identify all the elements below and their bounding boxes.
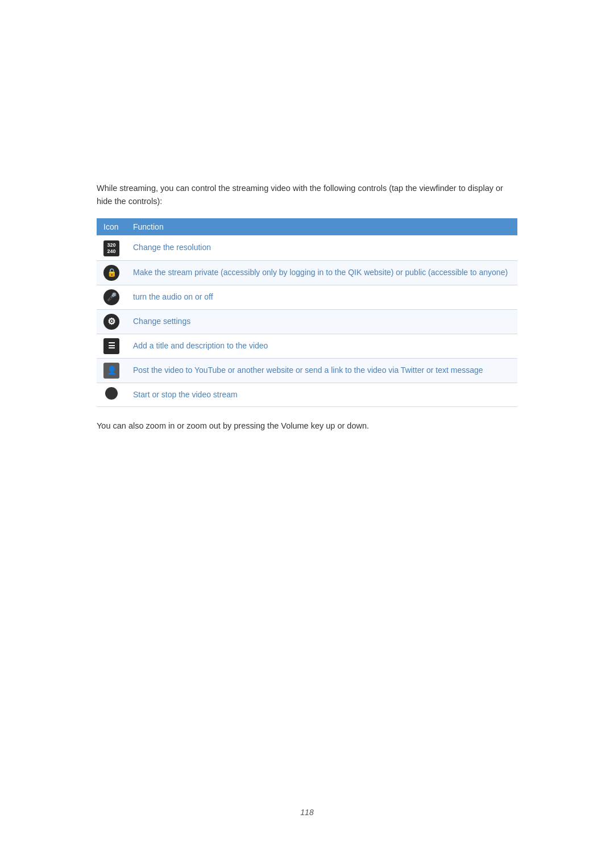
table-header-function: Function bbox=[126, 218, 517, 235]
function-title: Add a title and description to the video bbox=[126, 334, 517, 359]
record-circle-icon bbox=[105, 387, 118, 400]
table-row: 👤 Post the video to YouTube or another w… bbox=[97, 359, 517, 383]
function-lock: Make the stream private (accessibly only… bbox=[126, 261, 517, 285]
page-number: 118 bbox=[300, 808, 313, 817]
intro-paragraph: While streaming, you can control the str… bbox=[97, 182, 517, 208]
table-row: Start or stop the video stream bbox=[97, 383, 517, 407]
function-settings: Change settings bbox=[126, 310, 517, 334]
icon-audio: 🎤 bbox=[97, 285, 126, 310]
icon-settings: ⚙ bbox=[97, 310, 126, 334]
table-row: 🎤 turn the audio on or off bbox=[97, 285, 517, 310]
icon-share: 👤 bbox=[97, 359, 126, 383]
table-row: 🔒 Make the stream private (accessibly on… bbox=[97, 261, 517, 285]
table-row: 320240 Change the resolution bbox=[97, 235, 517, 260]
outro-paragraph: You can also zoom in or zoom out by pres… bbox=[97, 420, 517, 433]
icon-record bbox=[97, 383, 126, 407]
table-row: ⚙ Change settings bbox=[97, 310, 517, 334]
controls-table: Icon Function 320240 Change the resoluti… bbox=[97, 218, 517, 407]
function-resolution: Change the resolution bbox=[126, 235, 517, 260]
table-row: ☰ Add a title and description to the vid… bbox=[97, 334, 517, 359]
function-share: Post the video to YouTube or another web… bbox=[126, 359, 517, 383]
function-record: Start or stop the video stream bbox=[126, 383, 517, 407]
icon-lock: 🔒 bbox=[97, 261, 126, 285]
icon-resolution: 320240 bbox=[97, 235, 126, 260]
function-audio: turn the audio on or off bbox=[126, 285, 517, 310]
icon-title: ☰ bbox=[97, 334, 126, 359]
table-header-icon: Icon bbox=[97, 218, 126, 235]
